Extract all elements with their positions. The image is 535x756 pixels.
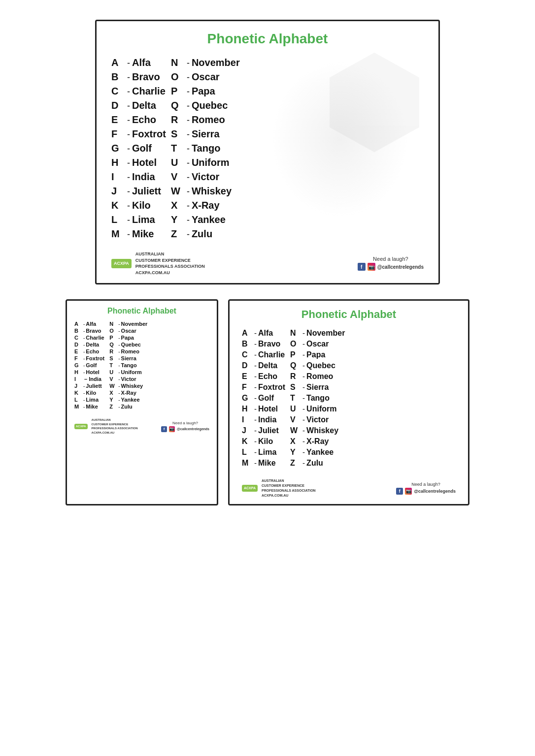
- medium-facebook-icon: f: [396, 488, 403, 495]
- alpha-dash: -: [187, 129, 190, 140]
- list-item: R - Romeo: [290, 371, 345, 382]
- alpha-dash: -: [118, 342, 120, 347]
- alpha-dash: -: [118, 363, 120, 368]
- list-item: C - Charlie: [111, 84, 166, 98]
- alpha-word: Yankee: [306, 448, 334, 457]
- alpha-letter: T: [290, 394, 301, 403]
- medium-social-section: Need a laugh? f 📷 @callcentrelegends: [396, 482, 456, 495]
- list-item: Q - Quebec: [171, 98, 240, 113]
- list-item: D - Delta: [74, 341, 104, 348]
- alpha-dash: -: [187, 172, 190, 183]
- alpha-word: Romeo: [306, 372, 333, 381]
- small-social-icons: f 📷 @callcentrelegends: [161, 426, 209, 432]
- alpha-word: Charlie: [258, 350, 285, 359]
- large-phonetic-card: Phonetic Alphabet A - AlfaB - BravoC - C…: [95, 20, 440, 284]
- alpha-letter: F: [111, 128, 125, 140]
- alpha-letter: H: [242, 405, 253, 413]
- alpha-word: Uniform: [306, 405, 336, 413]
- alpha-word: Sierra: [192, 128, 220, 140]
- alpha-word: Zulu: [306, 459, 323, 468]
- alpha-word: Foxtrot: [258, 383, 285, 392]
- list-item: H - Hotel: [111, 156, 166, 170]
- alpha-word: Uniform: [192, 157, 230, 168]
- alpha-word: Golf: [86, 362, 97, 368]
- alpha-letter: G: [74, 362, 82, 368]
- alpha-letter: D: [111, 100, 125, 111]
- alpha-word: X-Ray: [121, 390, 136, 396]
- list-item: Z - Zulu: [171, 227, 240, 241]
- list-item: A - Alfa: [242, 328, 285, 339]
- list-item: G - Golf: [74, 362, 104, 369]
- list-item: Y - Yankee: [171, 213, 240, 227]
- alpha-word: Bravo: [132, 71, 160, 83]
- alpha-dash: -: [254, 372, 257, 380]
- alpha-word: India: [258, 415, 276, 424]
- alpha-dash: -: [302, 459, 305, 467]
- list-item: Y - Yankee: [290, 447, 345, 458]
- alpha-word: Papa: [192, 86, 215, 97]
- list-item: I– India: [74, 376, 104, 382]
- list-item: F - Foxtrot: [242, 382, 285, 393]
- alpha-dash: -: [127, 172, 130, 183]
- alpha-letter: V: [290, 415, 301, 424]
- alpha-dash: -: [254, 394, 257, 402]
- acxpa-badge: ACXPA: [111, 259, 132, 268]
- list-item: U - Uniform: [171, 156, 240, 170]
- alpha-word: Victor: [192, 171, 219, 183]
- list-item: J - Juliett: [111, 184, 166, 198]
- list-item: L - Lima: [111, 213, 166, 227]
- medium-social-prompt: Need a laugh?: [396, 482, 456, 487]
- alpha-dash: -: [187, 72, 190, 83]
- list-item: B - Bravo: [111, 70, 166, 84]
- alpha-letter: S: [171, 128, 185, 140]
- alpha-word: Oscar: [192, 71, 220, 83]
- alpha-letter: O: [171, 71, 185, 83]
- alpha-dash: -: [254, 329, 257, 337]
- alpha-letter: R: [109, 348, 117, 354]
- list-item: S - Sierra: [109, 355, 147, 362]
- alpha-word: Mike: [132, 228, 154, 240]
- list-item: F - Foxtrot: [74, 355, 104, 362]
- list-item: X - X-Ray: [109, 389, 147, 396]
- alpha-letter: H: [74, 369, 82, 375]
- alpha-letter: I: [111, 171, 125, 183]
- alpha-letter: Q: [109, 342, 117, 347]
- small-alphabet-grid: A - AlfaB - BravoC - CharlieD - DeltaE -…: [74, 320, 209, 410]
- list-item: A - Alfa: [111, 56, 166, 70]
- alpha-dash: -: [83, 404, 85, 410]
- alpha-dash: -: [254, 426, 257, 435]
- alpha-letter: U: [171, 157, 185, 168]
- list-item: P - Papa: [290, 349, 345, 360]
- alpha-word: Zulu: [192, 228, 212, 240]
- alpha-letter: V: [171, 171, 185, 183]
- alpha-dash: -: [127, 129, 130, 140]
- list-item: E - Echo: [242, 371, 285, 382]
- list-item: K - Kilo: [111, 198, 166, 213]
- alpha-dash: -: [118, 349, 120, 354]
- list-item: W - Whiskey: [290, 425, 345, 436]
- alpha-word: Kilo: [86, 390, 96, 396]
- list-item: K - Kilo: [242, 436, 285, 447]
- alpha-word: Romeo: [192, 114, 225, 126]
- list-item: E - Echo: [111, 113, 166, 127]
- alpha-letter: W: [290, 426, 301, 435]
- alpha-letter: I: [74, 376, 82, 382]
- bottom-row: Phonetic Alphabet A - AlfaB - BravoC - C…: [10, 299, 525, 505]
- large-alphabet-grid: A - AlfaB - BravoC - CharlieD - DeltaE -…: [111, 56, 424, 241]
- list-item: X - X-Ray: [171, 198, 240, 213]
- small-card-title: Phonetic Alphabet: [74, 307, 209, 315]
- alpha-dash: -: [83, 321, 85, 327]
- alpha-dash: -: [254, 361, 257, 370]
- alpha-dash: -: [187, 144, 190, 154]
- alpha-word: X-Ray: [306, 437, 329, 446]
- alpha-dash: -: [83, 328, 85, 334]
- alpha-letter: Z: [171, 228, 185, 240]
- alpha-word: Oscar: [121, 328, 136, 334]
- alpha-letter: M: [242, 459, 253, 468]
- list-item: N - November: [171, 56, 240, 70]
- alpha-word: Lima: [132, 214, 155, 225]
- alpha-letter: P: [290, 350, 301, 359]
- alpha-word: India: [132, 171, 155, 183]
- alpha-letter: D: [242, 361, 253, 370]
- alpha-letter: O: [109, 328, 117, 334]
